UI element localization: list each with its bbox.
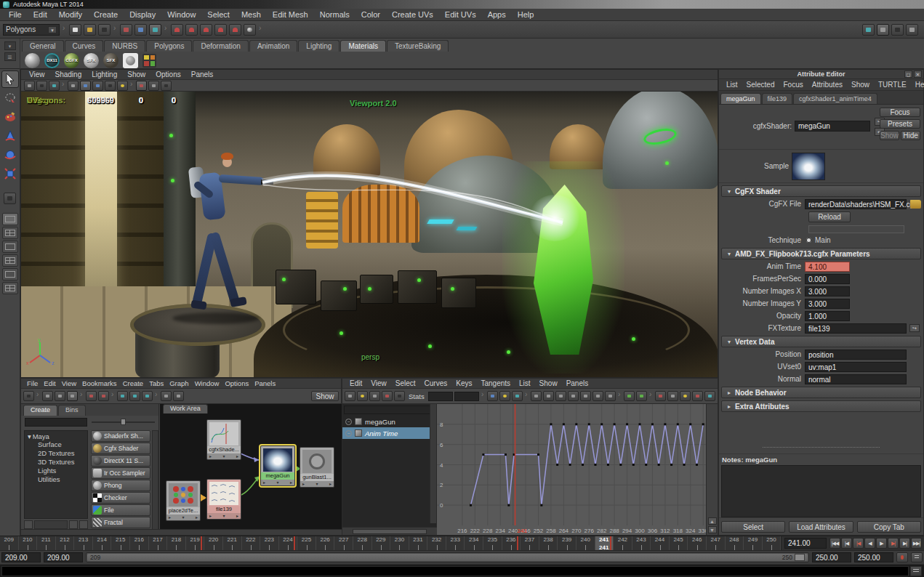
parameter-value-input[interactable]: 3.000: [805, 299, 850, 309]
section-cgfx-shader[interactable]: CgFX Shader: [721, 185, 921, 197]
open-scene-icon[interactable]: [84, 24, 96, 36]
playback-button[interactable]: ▶|: [888, 538, 899, 549]
playback-button[interactable]: ▶▶|: [911, 538, 922, 549]
select-by-component-icon[interactable]: [149, 24, 161, 36]
attribute-editor-menu-item[interactable]: Focus: [779, 81, 807, 89]
scale-tool-button[interactable]: [1, 165, 19, 182]
menu-item[interactable]: Edit UVs: [439, 10, 482, 19]
outliner-scrollbar[interactable]: [430, 404, 436, 523]
menu-item[interactable]: Create UVs: [386, 10, 439, 19]
textured-shading-icon[interactable]: [105, 81, 116, 91]
tree-item-maya[interactable]: Maya: [25, 432, 87, 440]
time-slider-frame[interactable]: 245: [670, 536, 688, 551]
attribute-editor-menu-item[interactable]: Show: [847, 81, 874, 89]
graph-editor-menu-item[interactable]: View: [366, 379, 391, 387]
persp-uv-layout-button[interactable]: [2, 282, 18, 294]
hypershade-menu-item[interactable]: Edit: [41, 379, 58, 387]
time-slider-frame[interactable]: 216: [130, 536, 149, 551]
create-node-button[interactable]: Ir Occ Sampler: [91, 467, 150, 479]
notes-textarea[interactable]: [721, 465, 921, 517]
time-slider-frame[interactable]: 223: [260, 536, 279, 551]
time-slider-frame[interactable]: 232: [427, 536, 446, 551]
previous-graph-icon[interactable]: [161, 391, 172, 401]
shading-network-canvas[interactable]: cgfxShade... ▸▾▸ megaGun ▸▾▸ gunBlast1..…: [160, 413, 342, 530]
outliner-hscrollbar[interactable]: [342, 527, 437, 535]
attribute-scroll-area[interactable]: CgFX Shader CgFX File renderData\shaders…: [719, 183, 923, 443]
time-slider-frame[interactable]: 238: [539, 536, 558, 551]
attribute-tab[interactable]: cgfxShader1_animTime4: [793, 93, 877, 104]
tree-item[interactable]: Surface: [25, 440, 87, 449]
show-top-bottom-tabs-icon[interactable]: [67, 391, 78, 401]
toolbar-separator[interactable]: [113, 25, 118, 35]
toggle-create-bar-icon[interactable]: [23, 391, 34, 401]
command-line-input[interactable]: [1, 566, 909, 576]
color-set-icon[interactable]: [142, 54, 156, 68]
linear-tangents-icon[interactable]: [568, 391, 579, 401]
shaderfx-dark-icon[interactable]: SFX: [103, 53, 118, 68]
animation-end-input[interactable]: 250.00: [854, 552, 893, 562]
toolbar-separator[interactable]: [258, 25, 263, 35]
time-slider-frame[interactable]: 240: [577, 536, 595, 551]
parameter-value-input[interactable]: 4.100: [805, 262, 850, 272]
create-node-button[interactable]: Shaderfx Sh...: [91, 430, 150, 442]
menu-item[interactable]: Window: [161, 10, 201, 19]
time-slider-frame[interactable]: 239: [558, 536, 577, 551]
shelf-tab[interactable]: Lighting: [298, 40, 340, 52]
flat-tangents-icon[interactable]: [580, 391, 591, 401]
menu-item[interactable]: Normals: [314, 10, 355, 19]
env-ball-icon[interactable]: [123, 53, 138, 68]
stats-value-input[interactable]: [454, 392, 479, 401]
playback-button[interactable]: |◀◀: [829, 538, 840, 549]
lock-tangent-weight-icon[interactable]: [692, 391, 703, 401]
snap-to-projected-center-icon[interactable]: [214, 24, 227, 36]
next-graph-icon[interactable]: [173, 391, 184, 401]
notes-splitter[interactable]: [763, 447, 880, 451]
viewport-menu-item[interactable]: Show: [122, 70, 150, 78]
break-tangents-icon[interactable]: [655, 391, 666, 401]
snap-to-grid-icon[interactable]: [171, 24, 183, 36]
vertex-data-input[interactable]: position: [805, 350, 907, 360]
create-node-button[interactable]: Checker: [91, 492, 150, 504]
graph-editor-menu-item[interactable]: Panels: [562, 379, 593, 387]
select-by-hierarchy-icon[interactable]: [120, 24, 132, 36]
playback-button[interactable]: ▶: [876, 538, 887, 549]
show-button[interactable]: Show: [880, 131, 899, 140]
hypershade-menu-item[interactable]: Tabs: [146, 379, 166, 387]
time-slider-frame[interactable]: 211: [37, 536, 56, 551]
menu-item[interactable]: Display: [124, 10, 161, 19]
menu-item[interactable]: Help: [512, 10, 540, 19]
grid-toggle-icon[interactable]: [68, 81, 79, 91]
menu-item[interactable]: File: [3, 10, 28, 19]
menu-item[interactable]: Edit Mesh: [267, 10, 314, 19]
focus-button[interactable]: Focus: [880, 108, 920, 117]
viewport-menu-item[interactable]: View: [24, 70, 50, 78]
graph-editor-menu-item[interactable]: Show: [535, 379, 562, 387]
render-view-toggle-icon[interactable]: [862, 24, 875, 36]
attribute-editor-menu-item[interactable]: Help: [911, 81, 924, 89]
time-snap-icon[interactable]: [704, 391, 715, 401]
hide-button[interactable]: Hide: [901, 131, 920, 140]
hypershade-menu-item[interactable]: File: [24, 379, 41, 387]
animation-preferences-icon[interactable]: [911, 552, 923, 562]
viewport-menu-item[interactable]: Lighting: [87, 70, 122, 78]
outliner-filter-input[interactable]: [344, 405, 435, 414]
graph-editor-menu-item[interactable]: Edit: [345, 379, 366, 387]
graph-editor-menu-item[interactable]: Curves: [420, 379, 452, 387]
unify-tangents-icon[interactable]: [667, 391, 678, 401]
create-node-button[interactable]: Cgfx Shader: [91, 443, 150, 454]
shelf-tab-arrow-icon[interactable]: ▾: [4, 41, 16, 50]
hypershade-menu-item[interactable]: Panels: [252, 379, 278, 387]
time-slider-frame[interactable]: 212: [56, 536, 75, 551]
tree-item[interactable]: Lights: [25, 467, 87, 475]
graph-materials-icon[interactable]: [117, 391, 128, 401]
script-editor-icon[interactable]: [910, 566, 922, 576]
time-slider-frame[interactable]: 249: [744, 536, 763, 551]
rearrange-graph-icon[interactable]: [98, 391, 109, 401]
time-slider-ruler[interactable]: 2092102112122132142152162172182192202212…: [0, 536, 782, 551]
swatch-size-slider[interactable]: [92, 421, 155, 423]
menu-item[interactable]: Color: [355, 10, 386, 19]
playback-button[interactable]: |◀: [841, 538, 852, 549]
menu-item[interactable]: Apps: [482, 10, 512, 19]
time-slider-frame[interactable]: 248: [726, 536, 744, 551]
select-tool-button[interactable]: [1, 70, 19, 88]
